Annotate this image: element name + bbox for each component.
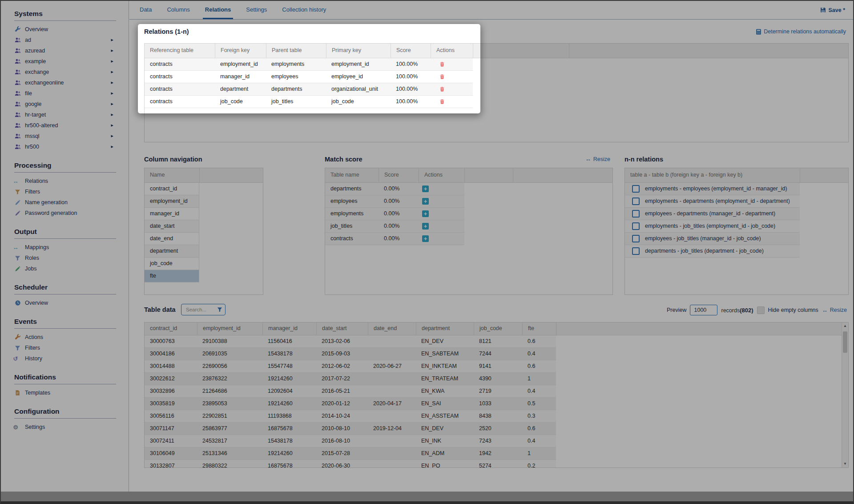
sidebar-item-mssql[interactable]: mssql▶ (14, 131, 129, 141)
nn-relation-checkbox[interactable] (632, 185, 640, 193)
tab-data[interactable]: Data (137, 1, 154, 19)
nn-relation-checkbox[interactable] (632, 247, 640, 255)
cell-column-name: date_start (145, 220, 199, 232)
chevron-right-icon: ▶ (111, 81, 113, 85)
tab-settings[interactable]: Settings (244, 1, 269, 19)
table-data-row: 3007241124532817154381782016-08-10EN_INK… (145, 435, 556, 448)
nn-relation-checkbox[interactable] (632, 235, 640, 242)
sidebar-item-actions[interactable]: Actions (14, 332, 129, 343)
cell-actions: + (419, 208, 464, 220)
add-relation-button[interactable]: + (422, 223, 429, 230)
sidebar-item-jobs[interactable]: Jobs (14, 263, 129, 274)
vertical-scrollbar[interactable]: ▲ ▼ (842, 323, 848, 468)
nn-relation-row[interactable]: departments - job_titles (department - j… (625, 245, 800, 258)
sidebar-item-roles[interactable]: Roles (14, 253, 129, 263)
column-nav-row-department[interactable]: department (145, 245, 199, 258)
cell-manager-id: 15438178 (262, 435, 316, 447)
nn-relation-checkbox[interactable] (632, 198, 640, 205)
column-nav-row-manager-id[interactable]: manager_id (145, 208, 199, 220)
sidebar-item-relations[interactable]: ↔Relations (14, 176, 129, 186)
sidebar-item-filters[interactable]: Filters (14, 186, 129, 197)
cell-date-start: 2012-06-02 (316, 360, 368, 372)
add-relation-button[interactable]: + (422, 235, 429, 242)
resize-table-data-button[interactable]: ↔ Resize (822, 307, 847, 314)
window-bottom-strip (1, 492, 853, 501)
cell-job-code: 2719 (474, 385, 522, 397)
tab-collection-history[interactable]: Collection history (280, 1, 328, 19)
sidebar-item-mappings[interactable]: ↔Mappings (14, 242, 129, 253)
add-relation-button[interactable]: + (422, 210, 429, 217)
sidebar-item-templates[interactable]: Templates (14, 387, 129, 398)
sidebar-section-title: Events (14, 318, 129, 327)
add-relation-button[interactable]: + (422, 185, 429, 192)
column-header-filler (513, 168, 612, 182)
sidebar-item-history[interactable]: ↺History (14, 353, 129, 364)
column-nav-row-date-end[interactable]: date_end (145, 233, 199, 245)
column-nav-row-fte[interactable]: fte (145, 270, 199, 282)
sidebar-item-overview[interactable]: Overview (14, 298, 129, 308)
sidebar-item-filters[interactable]: Filters (14, 343, 129, 353)
tab-columns[interactable]: Columns (165, 1, 192, 19)
sidebar-item-azuread[interactable]: azuread▶ (14, 45, 129, 56)
delete-relation-button[interactable] (438, 58, 447, 70)
column-nav-row-date-start[interactable]: date_start (145, 220, 199, 233)
sidebar-item-hr-target[interactable]: hr-target▶ (14, 109, 129, 120)
column-nav-row-contract-id[interactable]: contract_id (145, 183, 199, 195)
cell-department: EN_PO (416, 460, 474, 468)
sidebar-item-example[interactable]: example▶ (14, 56, 129, 67)
delete-relation-button[interactable] (438, 83, 447, 95)
scroll-up-arrow[interactable]: ▲ (842, 323, 848, 330)
sidebar-item-hr500[interactable]: hr500▶ (14, 141, 129, 152)
nn-relation-row[interactable]: employees - departments (manager_id - de… (625, 208, 800, 220)
tab-relations[interactable]: Relations (203, 1, 234, 19)
add-relation-button[interactable]: + (422, 198, 429, 205)
search-input[interactable] (185, 306, 217, 313)
nn-relation-row[interactable]: employments - job_titles (employment_id … (625, 220, 800, 233)
sidebar-item-exchangeonline[interactable]: exchangeonline▶ (14, 77, 129, 88)
chevron-right-icon: ▶ (111, 102, 113, 106)
hide-empty-columns-checkbox[interactable] (757, 306, 765, 314)
sidebar-item-hr500-altered[interactable]: hr500-altered▶ (14, 120, 129, 131)
cell-column-name: contract_id (145, 183, 199, 195)
nn-relation-row[interactable]: employments - departments (employment_id… (625, 195, 800, 208)
cell-contract-id: 30132807 (145, 460, 197, 468)
sidebar-item-label: Actions (25, 334, 43, 340)
save-button[interactable]: Save * (820, 1, 845, 19)
cell-date-start: 2015-07-28 (316, 448, 368, 460)
sidebar-item-google[interactable]: google▶ (14, 99, 129, 109)
sidebar-item-name-generation[interactable]: Name generation (14, 197, 129, 208)
sidebar-item-label: ad (25, 37, 31, 43)
nn-relation-checkbox[interactable] (632, 222, 640, 230)
sidebar-item-file[interactable]: file▶ (14, 88, 129, 99)
nn-relation-row[interactable]: employees - job_titles (manager_id - job… (625, 233, 800, 245)
cell-primary-key: employee_id (326, 71, 391, 83)
column-header-table-name: Table name (325, 168, 379, 182)
column-nav-row-job-code[interactable]: job_code (145, 258, 199, 270)
nn-relation-row[interactable]: employments - employees (employment_id -… (625, 183, 800, 195)
delete-relation-button[interactable] (438, 71, 447, 83)
nn-relation-checkbox[interactable] (632, 210, 640, 218)
preview-count-input[interactable] (690, 305, 717, 315)
sidebar-item-ad[interactable]: ad▶ (14, 35, 129, 45)
delete-relation-button[interactable] (438, 96, 447, 108)
table-data-row: 3010604925131346192142602015-07-28EN_ADM… (145, 448, 556, 460)
table-header-row: Name (145, 168, 263, 183)
scroll-down-arrow[interactable]: ▼ (842, 460, 848, 468)
relation-row: contracts job_code job_titles job_code 1… (145, 96, 473, 108)
scrollbar-thumb[interactable] (843, 331, 847, 353)
pencil-icon (14, 266, 21, 272)
cell-job-code: 9141 (474, 360, 522, 372)
column-nav-row-employment-id[interactable]: employment_id (145, 195, 199, 208)
sidebar-section-title: Configuration (14, 407, 129, 416)
hide-empty-columns-label: Hide empty columns (768, 307, 818, 313)
sidebar-item-settings[interactable]: ⚙Settings (14, 422, 129, 432)
cell-primary-key: employment_id (326, 58, 391, 70)
determine-relations-button[interactable]: Determine relations automatically (756, 28, 846, 35)
sidebar-item-overview[interactable]: Overview (14, 24, 129, 35)
records-label: records (721, 307, 740, 314)
sidebar-item-exchange[interactable]: exchange▶ (14, 67, 129, 77)
determine-relations-label: Determine relations automatically (764, 28, 846, 35)
sidebar-item-password-generation[interactable]: Password generation (14, 208, 129, 218)
resize-match-score-button[interactable]: ↔ Resize (585, 156, 610, 162)
sidebar-section-processing: Processing ↔RelationsFiltersName generat… (14, 161, 129, 218)
